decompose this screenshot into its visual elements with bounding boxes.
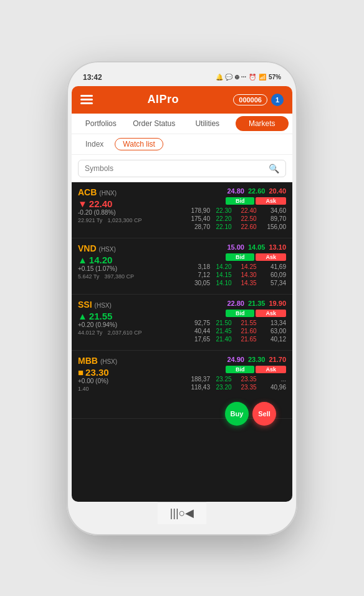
bid-ask-row: 17,65 21.40 21.65 40,12 bbox=[186, 336, 286, 343]
bid-ask-row: 40,44 21.45 21.60 63,00 bbox=[186, 328, 286, 335]
price-arrow: ■ bbox=[78, 367, 84, 378]
stock-symbol-line: MBB (HSX) bbox=[78, 356, 161, 366]
stock-volume: 1.40 bbox=[78, 386, 89, 392]
stock-change: -0.20 (0.88%) bbox=[78, 209, 161, 216]
price-top-row: 24.90 23.30 21.70 bbox=[227, 356, 286, 363]
price-arrow: ▲ bbox=[78, 255, 87, 265]
subtab-watchlist[interactable]: Watch list bbox=[115, 138, 163, 150]
stock-change: +0.00 (0%) bbox=[78, 378, 161, 384]
phone-screen: AIPro 000006 1 Portfolios Order Status U… bbox=[72, 86, 292, 502]
stock-card[interactable]: ACB (HNX) ▼ 22.40 -0.20 (0.88%) 22.921 T… bbox=[72, 182, 292, 238]
sell-button[interactable]: Sell bbox=[252, 402, 276, 426]
subtab-index[interactable]: Index bbox=[82, 138, 107, 150]
stock-price: ■ 23.30 bbox=[78, 367, 161, 378]
stock-price: ▼ 22.40 bbox=[78, 198, 161, 209]
price-arrow: ▲ bbox=[78, 311, 87, 321]
stock-exchange: (HSX) bbox=[99, 246, 116, 253]
status-icons-left: 🔔 💬 ⊕ ··· bbox=[216, 74, 246, 81]
bid-ask-row: 30,05 14.10 14.35 57,34 bbox=[186, 280, 286, 286]
stock-left-info: MBB (HSX) ■ 23.30 +0.00 (0%) 1.40 bbox=[78, 356, 161, 392]
bid-ask-header: Bid Ask bbox=[226, 253, 286, 261]
stock-exchange: (HSX) bbox=[100, 358, 117, 365]
status-time: 13:42 bbox=[83, 73, 102, 82]
stock-card[interactable]: SSI (HSX) ▲ 21.55 +0.20 (0.94%) 44.012 T… bbox=[72, 295, 292, 351]
tab-portfolios[interactable]: Portfolios bbox=[74, 114, 128, 134]
stock-card[interactable]: VND (HSX) ▲ 14.20 +0.15 (1.07%) 5.642 Ty… bbox=[72, 238, 292, 295]
account-number[interactable]: 000006 bbox=[233, 94, 267, 105]
tab-order-status[interactable]: Order Status bbox=[128, 114, 181, 134]
stock-meta: 22.921 Ty 1,023,300 CP bbox=[78, 217, 161, 223]
wifi-icon: 📶 bbox=[259, 74, 266, 81]
nav-tabs: Portfolios Order Status Utilities Market… bbox=[72, 114, 292, 134]
stock-left-info: ACB (HNX) ▼ 22.40 -0.20 (0.88%) 22.921 T… bbox=[78, 187, 161, 223]
stock-volume: 44.012 Ty bbox=[78, 330, 102, 336]
price-level-0: 24.90 bbox=[227, 356, 244, 363]
price-level-2: 13.10 bbox=[269, 243, 286, 251]
status-icons: 🔔 💬 ⊕ ··· ⏰ 📶 57% bbox=[216, 74, 281, 81]
price-top-row: 22.80 21.35 19.90 bbox=[227, 300, 286, 307]
stock-list: ACB (HNX) ▼ 22.40 -0.20 (0.88%) 22.921 T… bbox=[72, 182, 292, 502]
price-columns: 22.80 21.35 19.90 Bid Ask 92,75 21.50 21… bbox=[161, 300, 286, 343]
tab-utilities[interactable]: Utilities bbox=[181, 114, 234, 134]
stock-volume: 22.921 Ty bbox=[78, 217, 102, 223]
stock-price: ▲ 14.20 bbox=[78, 255, 161, 265]
stock-header-row: MBB (HSX) ■ 23.30 +0.00 (0%) 1.40 24.90 … bbox=[78, 356, 286, 392]
search-bar: 🔍 bbox=[78, 160, 286, 177]
stock-exchange: (HSX) bbox=[95, 302, 112, 309]
stock-symbol: SSI bbox=[78, 300, 92, 310]
stock-shares: 397,380 CP bbox=[104, 273, 134, 280]
bid-ask-row: 28,70 22.10 22.60 156,00 bbox=[186, 223, 286, 230]
search-icon[interactable]: 🔍 bbox=[269, 164, 279, 173]
stock-symbol: VND bbox=[78, 243, 97, 253]
stock-symbol: ACB bbox=[78, 187, 97, 197]
bid-ask-row: 175,40 22.20 22.50 89,70 bbox=[186, 215, 286, 222]
price-level-0: 15.00 bbox=[227, 243, 244, 251]
bid-ask-header: Bid Ask bbox=[226, 197, 286, 205]
bid-ask-header: Bid Ask bbox=[226, 310, 286, 317]
tab-markets[interactable]: Markets bbox=[236, 116, 289, 131]
price-level-1: 21.35 bbox=[248, 300, 266, 307]
price-level-2: 20.40 bbox=[269, 187, 286, 195]
stock-card[interactable]: MBB (HSX) ■ 23.30 +0.00 (0%) 1.40 24.90 … bbox=[72, 351, 292, 419]
price-value: 22.40 bbox=[89, 198, 113, 209]
price-level-2: 19.90 bbox=[269, 300, 286, 307]
price-level-1: 14.05 bbox=[248, 243, 266, 251]
bid-label: Bid bbox=[226, 253, 255, 261]
status-bar: 13:42 🔔 💬 ⊕ ··· ⏰ 📶 57% bbox=[72, 69, 292, 86]
bid-ask-row: 178,90 22.30 22.40 34,60 bbox=[186, 207, 286, 214]
stock-symbol-line: ACB (HNX) bbox=[78, 187, 161, 197]
stock-left-info: VND (HSX) ▲ 14.20 +0.15 (1.07%) 5.642 Ty… bbox=[78, 243, 161, 280]
stock-price: ▲ 21.55 bbox=[78, 311, 161, 321]
ask-label: Ask bbox=[256, 197, 286, 205]
battery-icon: 57% bbox=[269, 74, 281, 81]
bid-ask-row: 3,18 14.20 14.25 41,69 bbox=[186, 263, 286, 270]
stock-header-row: ACB (HNX) ▼ 22.40 -0.20 (0.88%) 22.921 T… bbox=[78, 187, 286, 230]
ask-label: Ask bbox=[256, 253, 286, 261]
search-input[interactable] bbox=[85, 164, 269, 173]
price-level-0: 24.80 bbox=[227, 187, 244, 195]
nav-menu-button[interactable]: ||| bbox=[170, 507, 179, 520]
hamburger-menu[interactable] bbox=[80, 95, 93, 104]
stock-left-info: SSI (HSX) ▲ 21.55 +0.20 (0.94%) 44.012 T… bbox=[78, 300, 161, 336]
bid-ask-row: 92,75 21.50 21.55 13,34 bbox=[186, 320, 286, 326]
notification-badge[interactable]: 1 bbox=[271, 94, 284, 106]
price-columns: 24.90 23.30 21.70 Bid Ask 188,37 23.25 2… bbox=[161, 356, 286, 391]
price-level-0: 22.80 bbox=[227, 300, 244, 307]
nav-back-button[interactable]: ◀ bbox=[185, 506, 194, 520]
bid-ask-header: Bid Ask bbox=[226, 366, 286, 373]
stock-volume: 5.642 Ty bbox=[78, 273, 99, 280]
app-header: AIPro 000006 1 bbox=[72, 86, 292, 114]
nav-home-button[interactable]: ○ bbox=[179, 507, 186, 520]
sub-tabs: Index Watch list bbox=[72, 134, 292, 155]
buy-button[interactable]: Buy bbox=[225, 402, 249, 426]
header-right: 000006 1 bbox=[233, 94, 284, 106]
price-top-row: 15.00 14.05 13.10 bbox=[227, 243, 286, 251]
price-level-1: 22.60 bbox=[248, 187, 266, 195]
app-title: AIPro bbox=[147, 93, 179, 106]
price-value: 21.55 bbox=[89, 311, 113, 321]
stock-symbol-line: VND (HSX) bbox=[78, 243, 161, 253]
stock-meta: 5.642 Ty 397,380 CP bbox=[78, 273, 161, 280]
bid-ask-row: 7,12 14.15 14.30 60,09 bbox=[186, 271, 286, 278]
stock-meta: 1.40 bbox=[78, 386, 161, 392]
price-level-2: 21.70 bbox=[269, 356, 286, 363]
